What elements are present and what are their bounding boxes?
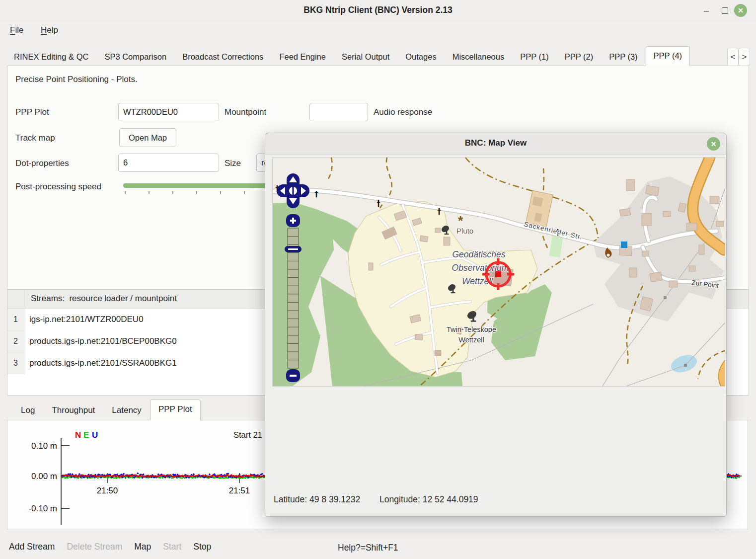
audio-response-label: Audio response: [374, 107, 432, 117]
chevron-left-icon: <: [731, 52, 736, 62]
menu-bar: File Help: [0, 21, 756, 41]
tab-ppp-1[interactable]: PPP (1): [512, 48, 556, 66]
maximize-icon: [722, 7, 728, 14]
post-processing-speed-label: Post-processing speed: [15, 182, 101, 192]
start-button: Start: [163, 542, 181, 552]
dot-properties-input[interactable]: [118, 154, 219, 172]
telescope-label-line2: Wettzell: [458, 336, 484, 344]
tab-scroll-right-button[interactable]: >: [739, 48, 750, 66]
junction-asterisk-icon: *: [458, 213, 463, 228]
y-tick-010: 0.10 m: [31, 441, 57, 451]
map-button[interactable]: Map: [134, 542, 151, 552]
tab-rinex-editing-qc[interactable]: RINEX Editing & QC: [6, 48, 96, 66]
bnc-application-window: BKG Ntrip Client (BNC) Version 2.13 – ✕ …: [0, 0, 756, 559]
window-title: BKG Ntrip Client (BNC) Version 2.13: [0, 5, 756, 15]
svg-text:†: †: [314, 190, 318, 199]
legend-u: U: [92, 430, 98, 440]
bottom-tab-strip: LogThroughputLatencyPPP Plot: [7, 400, 201, 420]
coordinate-status: Latitude: 49 8 39.1232 Longitude: 12 52 …: [274, 494, 495, 505]
menu-help[interactable]: Help: [39, 24, 60, 36]
tab-ppp-2[interactable]: PPP (2): [557, 48, 601, 66]
svg-text:†: †: [437, 207, 441, 216]
telescope-label-line1: Twin-Teleskope: [447, 325, 496, 333]
panel-description: Precise Point Positioning - Plots.: [15, 75, 138, 84]
close-icon: ✕: [738, 6, 744, 14]
bottom-tab-throughput[interactable]: Throughput: [43, 401, 103, 420]
tab-sp3-comparison[interactable]: SP3 Comparison: [96, 48, 174, 66]
dot-properties-label: Dot-properties: [15, 159, 69, 168]
map-canvas[interactable]: ††† †† * Sackenrieder St: [272, 157, 725, 387]
menu-file[interactable]: File: [8, 24, 25, 36]
help-shortcut-label: Help?=Shift+F1: [338, 543, 398, 553]
row-number: 3: [7, 352, 24, 374]
plot-start-annotation: Start 21: [233, 430, 262, 439]
bottom-tab-latency[interactable]: Latency: [103, 401, 150, 420]
tab-outages[interactable]: Outages: [397, 48, 444, 66]
chevron-right-icon: >: [742, 52, 747, 62]
dialog-title-bar: BNC: Map View ✕: [265, 133, 726, 155]
longitude-value: Longitude: 12 52 44.0919: [379, 494, 478, 504]
ppp-plot-label: PPP Plot: [15, 107, 49, 117]
dialog-title: BNC: Map View: [265, 138, 726, 148]
table-corner-cell: [7, 290, 24, 308]
close-button[interactable]: ✕: [734, 4, 747, 17]
dot-size-label: Size: [225, 159, 241, 168]
dialog-close-icon: ✕: [711, 140, 717, 148]
svg-text:†: †: [377, 199, 380, 208]
row-number: 1: [7, 309, 24, 330]
tab-serial-output[interactable]: Serial Output: [334, 48, 397, 66]
maximize-button[interactable]: [718, 4, 731, 17]
streams-header-text: Streams: resource loader / mountpoint: [24, 290, 177, 308]
legend-n: N: [75, 430, 81, 440]
action-bar: Add StreamDelete StreamMapStartStop: [9, 542, 211, 552]
minimize-button[interactable]: –: [700, 4, 713, 17]
observatory-label-line1: Geodätisches: [452, 249, 505, 259]
post-processing-speed-slider[interactable]: [123, 183, 266, 188]
x-tick-2150: 21:50: [97, 486, 118, 495]
track-map-label: Track map: [15, 133, 55, 143]
open-map-button[interactable]: Open Map: [119, 128, 176, 147]
site-label-pluto: Pluto: [456, 227, 473, 235]
latitude-value: Latitude: 49 8 39.1232: [274, 494, 360, 504]
tab-scroll-left-button[interactable]: <: [727, 48, 739, 66]
x-tick-2151: 21:51: [229, 486, 250, 495]
blue-marker: [621, 241, 627, 248]
mountpoint-label: Mountpoint: [225, 107, 266, 117]
map-svg: ††† †† * Sackenrieder St: [273, 158, 725, 386]
tab-broadcast-corrections[interactable]: Broadcast Corrections: [174, 48, 271, 66]
dialog-close-button[interactable]: ✕: [707, 137, 720, 151]
tab-ppp-3[interactable]: PPP (3): [601, 48, 645, 66]
stop-button[interactable]: Stop: [193, 542, 211, 552]
map-view-dialog: BNC: Map View ✕: [265, 133, 727, 517]
minimize-icon: –: [704, 5, 709, 16]
ppp-plot-input[interactable]: [118, 103, 219, 121]
bottom-tab-log[interactable]: Log: [12, 401, 43, 420]
tab-ppp-4[interactable]: PPP (4): [646, 46, 690, 66]
y-tick-000: 0.00 m: [31, 472, 57, 481]
tab-miscellaneous[interactable]: Miscellaneous: [445, 48, 513, 66]
add-stream-button[interactable]: Add Stream: [9, 542, 55, 552]
legend-e: E: [83, 430, 89, 440]
mountpoint-input[interactable]: [309, 103, 368, 121]
bottom-tab-ppp-plot[interactable]: PPP Plot: [150, 399, 201, 420]
title-bar: BKG Ntrip Client (BNC) Version 2.13 – ✕: [0, 0, 756, 21]
tab-strip: RINEX Editing & QCSP3 ComparisonBroadcas…: [6, 46, 690, 66]
slider-tick-marks: [123, 191, 266, 195]
tab-feed-engine[interactable]: Feed Engine: [271, 48, 334, 66]
delete-stream-button: Delete Stream: [67, 542, 122, 552]
y-tick-neg010: -0.10 m: [28, 504, 57, 513]
row-number: 2: [7, 330, 24, 352]
